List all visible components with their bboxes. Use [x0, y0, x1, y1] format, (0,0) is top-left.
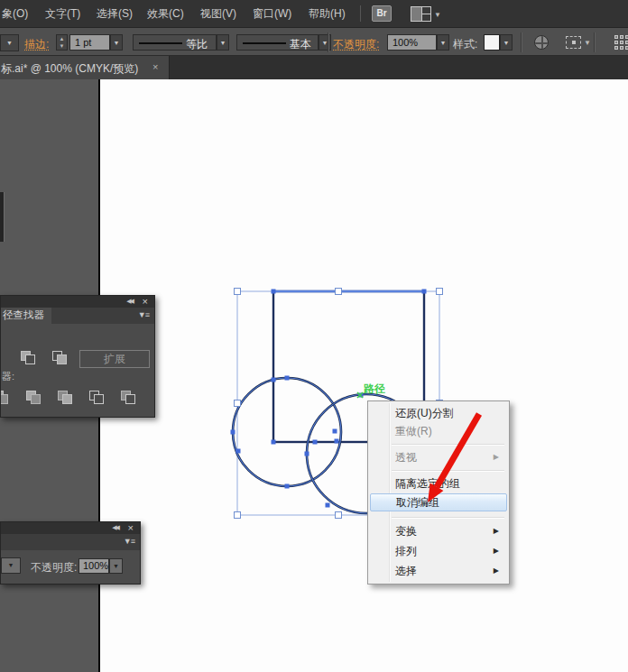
style-dropdown-icon[interactable]: ▼ [500, 34, 513, 51]
opacity-label[interactable]: 不透明度: [333, 37, 379, 52]
pathfinder-divide-icon[interactable] [0, 391, 9, 405]
pathfinder-merge-icon[interactable] [58, 391, 73, 405]
transparency-panel-body: ▼ 不透明度: 100% ▼ [1, 550, 140, 585]
stroke-weight-field[interactable]: 1 pt [69, 34, 110, 51]
opacity-field[interactable]: 100% [387, 34, 437, 51]
menu-item-redo: 重做(R) [368, 422, 509, 440]
arrange-documents-dropdown-icon[interactable]: ▼ [434, 11, 441, 19]
arrange-documents-icon[interactable] [411, 6, 431, 22]
illustrator-window: 象(O) 文字(T) 选择(S) 效果(C) 视图(V) 窗口(W) 帮助(H)… [0, 0, 628, 672]
opacity-dropdown-icon[interactable]: ▼ [437, 34, 449, 51]
left-dropdown-button[interactable]: ▼ [0, 34, 19, 51]
menu-object[interactable]: 象(O) [2, 6, 28, 22]
menu-separator [392, 517, 504, 519]
transparency-panel-header: ◀◀ × [1, 522, 140, 534]
menubar-divider [360, 5, 361, 22]
brush-dropdown-icon[interactable]: ▼ [319, 34, 331, 51]
tab-close-icon[interactable]: × [152, 61, 158, 72]
menu-separator [392, 470, 504, 472]
document-tab[interactable]: 标.ai* @ 100% (CMYK/预览) × [0, 56, 170, 79]
menu-item-transform[interactable]: 变换 ▶ [368, 521, 509, 541]
submenu-arrow-icon: ▶ [494, 521, 499, 541]
opacity-dropdown-icon[interactable]: ▼ [109, 558, 123, 574]
pathfinder-tab[interactable]: 径查找器 [1, 308, 51, 324]
select-similar-icon[interactable] [566, 36, 581, 49]
stroke-weight-stepper[interactable]: ▲▼ [56, 34, 68, 51]
opacity-field[interactable]: 100% [78, 558, 109, 574]
control-divider [521, 32, 522, 52]
submenu-arrow-icon: ▶ [494, 561, 499, 581]
style-swatch[interactable] [484, 34, 500, 51]
document-tab-bar: 标.ai* @ 100% (CMYK/预览) × [0, 56, 628, 79]
collapse-panel-icon[interactable]: ◀◀ [112, 524, 118, 531]
menu-item-select[interactable]: 选择 ▶ [368, 561, 509, 581]
collapse-panel-icon[interactable]: ◀◀ [126, 298, 133, 305]
width-profile-dropdown-icon[interactable]: ▼ [217, 34, 229, 51]
stroke-label[interactable]: 描边: [24, 37, 49, 52]
pathfinder-section-label: 器: [2, 370, 14, 383]
select-similar-dropdown-icon[interactable]: ▼ [584, 39, 591, 47]
menu-effect[interactable]: 效果(C) [147, 6, 184, 22]
control-divider [328, 32, 328, 52]
pathfinder-trim-icon[interactable] [26, 391, 42, 405]
collapsed-panel-edge[interactable] [0, 192, 5, 242]
menu-item-ungroup[interactable]: 取消编组 [368, 492, 509, 513]
menu-item-isolate-group[interactable]: 隔离选定的组 [368, 474, 509, 492]
opacity-label: 不透明度: [31, 560, 77, 575]
pathfinder-tab-bar: 径查找器 ▼≡ [1, 308, 154, 324]
bridge-button[interactable]: Br [372, 5, 392, 22]
submenu-arrow-icon: ▶ [494, 448, 499, 466]
menu-item-undo-divide[interactable]: 还原(U)分割 [368, 404, 509, 422]
pathfinder-panel-header: ◀◀ × [1, 296, 154, 308]
menu-window[interactable]: 窗口(W) [253, 6, 291, 22]
shape-mode-unite-icon[interactable] [21, 351, 36, 365]
pathfinder-panel: ◀◀ × 径查找器 ▼≡ 扩展 器: [0, 295, 155, 418]
close-panel-icon[interactable]: × [143, 296, 148, 307]
menu-bar: 象(O) 文字(T) 选择(S) 效果(C) 视图(V) 窗口(W) 帮助(H)… [0, 0, 628, 27]
profile-value: 等比 [186, 37, 208, 52]
context-menu: 还原(U)分割 重做(R) 透视 ▶ 隔离选定的组 取消编组 变换 ▶ 排列 ▶… [367, 400, 510, 585]
brush-value: 基本 [290, 37, 311, 52]
menu-type[interactable]: 文字(T) [45, 6, 80, 22]
menu-highlight[interactable]: 取消编组 [370, 493, 507, 511]
pathfinder-crop-icon[interactable] [89, 391, 105, 405]
expand-button[interactable]: 扩展 [79, 350, 150, 368]
document-title: 标.ai* @ 100% (CMYK/预览) [1, 61, 138, 77]
panel-menu-icon[interactable]: ▼≡ [138, 310, 149, 319]
menu-item-perspective: 透视 ▶ [368, 448, 509, 466]
close-panel-icon[interactable]: × [128, 522, 134, 533]
menu-item-arrange[interactable]: 排列 ▶ [368, 541, 509, 561]
brush-line-preview [243, 42, 286, 44]
blend-mode-dropdown[interactable]: ▼ [1, 557, 21, 574]
width-profile-select[interactable]: 等比 [133, 34, 217, 51]
recolor-artwork-icon[interactable] [534, 35, 549, 50]
profile-line-preview [139, 42, 182, 44]
transparency-tab-bar: ▼≡ [1, 534, 140, 550]
style-label: 样式: [453, 37, 477, 52]
pathfinder-outline-icon[interactable] [121, 391, 136, 405]
transparency-panel: ◀◀ × ▼≡ ▼ 不透明度: 100% ▼ [0, 521, 141, 585]
panel-menu-icon[interactable]: ▼≡ [124, 537, 134, 546]
stroke-weight-dropdown-icon[interactable]: ▼ [110, 34, 123, 51]
menu-help[interactable]: 帮助(H) [309, 6, 346, 22]
menu-view[interactable]: 视图(V) [200, 6, 236, 22]
menu-separator [392, 444, 504, 446]
control-divider [594, 32, 595, 52]
smart-guide-path-label: 路径 [364, 382, 385, 397]
submenu-arrow-icon: ▶ [494, 541, 499, 561]
pathfinder-panel-body: 扩展 器: [1, 324, 154, 418]
shape-mode-minus-icon[interactable] [52, 351, 68, 365]
menu-select[interactable]: 选择(S) [97, 6, 133, 22]
control-bar: ▼ 描边: ▲▼ 1 pt ▼ 等比 ▼ 基本 ▼ 不透明度: 100% ▼ 样… [0, 27, 628, 56]
brush-select[interactable]: 基本 [236, 34, 319, 51]
align-panel-icon[interactable] [614, 35, 628, 51]
